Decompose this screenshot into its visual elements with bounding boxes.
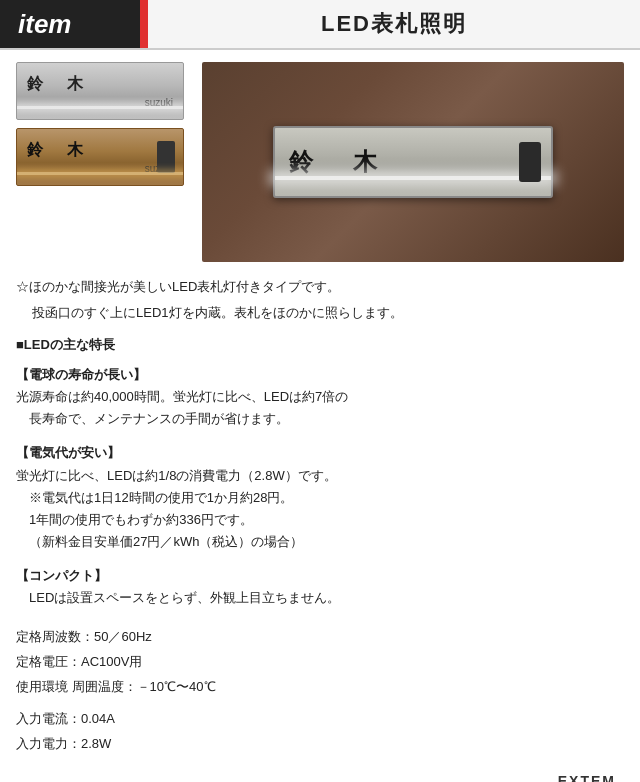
large-nameplate-kanji: 鈴 木 bbox=[289, 146, 385, 178]
page-header: item LED表札照明 bbox=[0, 0, 640, 50]
feature-heading-3: 【コンパクト】 bbox=[16, 565, 624, 587]
feature-block-2: 【電気代が安い】 蛍光灯に比べ、LEDは約1/8の消費電力（2.8W）です。 ※… bbox=[16, 442, 624, 552]
feature-text-2d: （新料金目安単価27円／kWh（税込）の場合） bbox=[16, 531, 624, 553]
description-line2: 投函口のすぐ上にLED1灯を内蔵。表札をほのかに照らします。 bbox=[32, 302, 624, 324]
feature-block-1: 【電球の寿命が長い】 光源寿命は約40,000時間。蛍光灯に比べ、LEDは約7倍… bbox=[16, 364, 624, 430]
features-section: ■LEDの主な特長 【電球の寿命が長い】 光源寿命は約40,000時間。蛍光灯に… bbox=[16, 336, 624, 609]
feature-text-1a: 光源寿命は約40,000時間。蛍光灯に比べ、LEDは約7倍の bbox=[16, 386, 624, 408]
feature-heading-2: 【電気代が安い】 bbox=[16, 442, 624, 464]
hero-image: 鈴 木 bbox=[202, 62, 624, 262]
nameplate-bronze-kanji: 鈴 木 bbox=[27, 140, 87, 161]
feature-text-1b: 長寿命で、メンテナンスの手間が省けます。 bbox=[16, 408, 624, 430]
nameplate-silver-image: 鈴 木 suzuki bbox=[16, 62, 184, 120]
features-title: ■LEDの主な特長 bbox=[16, 336, 624, 354]
feature-text-2b: ※電気代は1日12時間の使用で1か月約28円。 bbox=[16, 487, 624, 509]
header-divider bbox=[140, 0, 148, 48]
large-nameplate: 鈴 木 bbox=[273, 126, 553, 198]
item-logo: item bbox=[0, 0, 140, 48]
item-label: item bbox=[18, 9, 71, 40]
top-section: 鈴 木 suzuki 鈴 木 suzuki 鈴 木 bbox=[16, 62, 624, 262]
nameplate-bronze-image: 鈴 木 suzuki bbox=[16, 128, 184, 186]
specs-group-2: 入力電流：0.04A 入力電力：2.8W bbox=[16, 707, 624, 756]
spec-frequency: 定格周波数：50／60Hz bbox=[16, 625, 624, 650]
sensor-indicator bbox=[157, 141, 175, 173]
description-line1: ☆ほのかな間接光が美しいLED表札灯付きタイプです。 bbox=[16, 276, 624, 298]
spec-voltage: 定格電圧：AC100V用 bbox=[16, 650, 624, 675]
feature-block-3: 【コンパクト】 LEDは設置スペースをとらず、外観上目立ちません。 bbox=[16, 565, 624, 609]
footer: EXTEM bbox=[16, 773, 624, 782]
brand-name: EXTEM bbox=[558, 773, 616, 782]
spec-power: 入力電力：2.8W bbox=[16, 732, 624, 757]
description-section: ☆ほのかな間接光が美しいLED表札灯付きタイプです。 投函口のすぐ上にLED1灯… bbox=[16, 276, 624, 324]
specs-section: 定格周波数：50／60Hz 定格電圧：AC100V用 使用環境 周囲温度：－10… bbox=[16, 625, 624, 756]
main-content: 鈴 木 suzuki 鈴 木 suzuki 鈴 木 ☆ほのかな間接光が美しいLE… bbox=[0, 50, 640, 782]
large-sensor-indicator bbox=[519, 142, 541, 182]
spec-current: 入力電流：0.04A bbox=[16, 707, 624, 732]
spec-temperature: 使用環境 周囲温度：－10℃〜40℃ bbox=[16, 675, 624, 700]
feature-text-2c: 1年間の使用でもわずか約336円です。 bbox=[16, 509, 624, 531]
feature-text-2a: 蛍光灯に比べ、LEDは約1/8の消費電力（2.8W）です。 bbox=[16, 465, 624, 487]
feature-heading-1: 【電球の寿命が長い】 bbox=[16, 364, 624, 386]
page-title: LED表札照明 bbox=[148, 0, 640, 48]
nameplate-silver-kanji: 鈴 木 bbox=[27, 74, 87, 95]
specs-group-1: 定格周波数：50／60Hz 定格電圧：AC100V用 使用環境 周囲温度：－10… bbox=[16, 625, 624, 699]
nameplate-silver-romaji: suzuki bbox=[145, 97, 173, 108]
feature-text-3a: LEDは設置スペースをとらず、外観上目立ちません。 bbox=[16, 587, 624, 609]
small-images: 鈴 木 suzuki 鈴 木 suzuki bbox=[16, 62, 186, 262]
